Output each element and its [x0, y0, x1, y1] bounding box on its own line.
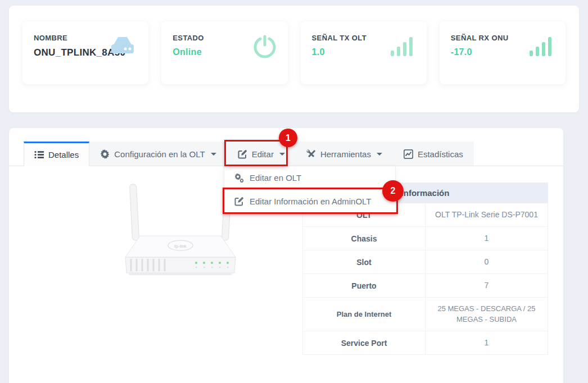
chart-icon: [404, 149, 413, 159]
tools-icon: [306, 149, 316, 159]
list-icon: [34, 150, 44, 159]
tab-label: Detalles: [48, 150, 79, 159]
edit-icon: [234, 197, 244, 206]
summary-panel: NOMBRE ONU_TPLINK_8A50 ESTADO Online: [9, 6, 579, 112]
table-row-slot: Slot 0: [303, 250, 548, 274]
device-icon: [108, 35, 137, 60]
tab-estadisticas[interactable]: Estadísticas: [393, 142, 474, 166]
row-value: 1: [426, 227, 548, 250]
edit-icon: [238, 149, 247, 159]
row-label: Puerto: [303, 274, 426, 298]
gear-icon: [100, 149, 110, 159]
annotation-step-2: 2: [382, 180, 404, 202]
row-label: Slot: [303, 250, 426, 274]
card-senal-tx-olt: SEÑAL TX OLT 1.0: [301, 21, 427, 84]
row-label: Plan de Internet: [303, 298, 426, 331]
row-label: Chasis: [303, 227, 426, 250]
tab-label: Estadísticas: [418, 149, 463, 159]
card-estado: ESTADO Online: [161, 21, 287, 84]
menu-item-editar-informacion-adminolt[interactable]: Editar Información en AdminOLT: [224, 189, 395, 212]
tab-herramientas[interactable]: Herramientas: [296, 142, 393, 166]
tab-label: Configuración en la OLT: [114, 149, 205, 159]
signal-bars-icon: [528, 35, 554, 60]
tab-label: Herramientas: [320, 149, 371, 159]
chevron-down-icon: [377, 153, 382, 156]
row-label: Service Port: [303, 331, 426, 355]
menu-item-label: Editar en OLT: [250, 173, 301, 183]
row-value: OLT TP-Link Serie DS-P7001: [426, 203, 548, 227]
cogs-icon: [234, 173, 244, 183]
menu-item-label: Editar Información en AdminOLT: [250, 197, 372, 206]
tab-configuracion-olt[interactable]: Configuración en la OLT: [89, 142, 227, 166]
power-icon: [253, 35, 277, 61]
onu-details-page: { "colors": { "accent_blue": "#2277e6", …: [0, 0, 588, 383]
annotation-step-1: 1: [279, 129, 297, 147]
tab-detalles[interactable]: Detalles: [24, 142, 89, 166]
menu-item-editar-en-olt[interactable]: Editar en OLT: [224, 166, 395, 189]
table-row-chasis: Chasis 1: [303, 227, 548, 250]
chevron-down-icon: [211, 153, 216, 156]
summary-cards: NOMBRE ONU_TPLINK_8A50 ESTADO Online: [22, 21, 566, 84]
card-nombre: NOMBRE ONU_TPLINK_8A50: [22, 21, 148, 84]
row-value: 7: [426, 274, 548, 298]
chevron-down-icon: [279, 153, 285, 156]
svg-text:tp-link: tp-link: [174, 244, 187, 249]
card-senal-rx-onu: SEÑAL RX ONU -17.0: [440, 21, 566, 84]
table-row-puerto: Puerto 7: [303, 274, 548, 298]
signal-bars-icon: [390, 35, 415, 60]
row-value: 25 MEGAS - DESCARGA / 25 MEGAS - SUBIDA: [426, 298, 548, 331]
table-row-plan: Plan de Internet 25 MEGAS - DESCARGA / 2…: [303, 298, 548, 331]
editar-dropdown-menu: Editar en OLT Editar Información en Admi…: [224, 166, 396, 213]
tab-label: Editar: [252, 149, 274, 159]
row-value: 1: [426, 331, 548, 355]
row-value: 0: [426, 250, 548, 274]
table-row-service-port: Service Port 1: [303, 331, 548, 355]
